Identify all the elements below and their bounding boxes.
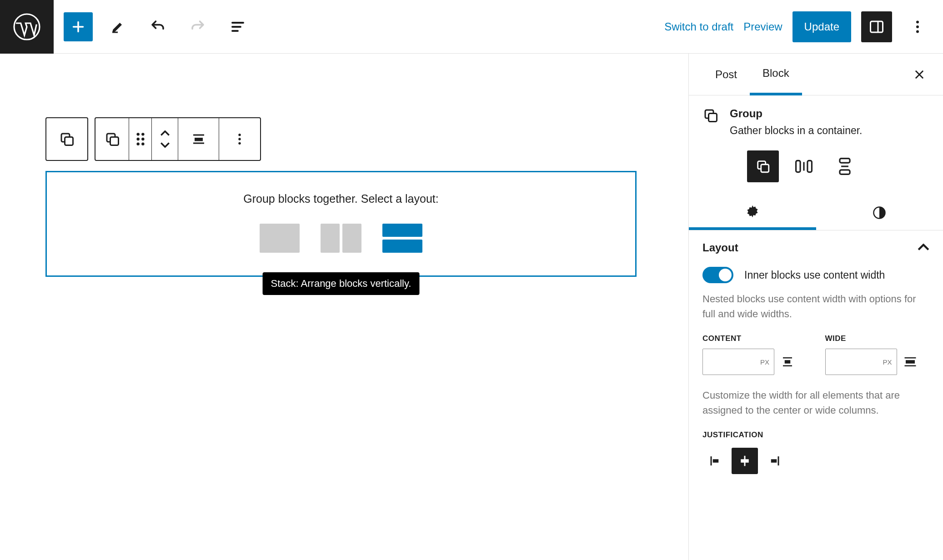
svg-point-2 bbox=[916, 20, 919, 23]
settings-toggle-button[interactable] bbox=[861, 11, 892, 42]
close-sidebar-button[interactable] bbox=[908, 64, 930, 85]
editor-canvas[interactable]: Group blocks together. Select a layout: … bbox=[0, 54, 688, 560]
svg-point-13 bbox=[136, 142, 139, 145]
block-more-options-button[interactable] bbox=[219, 118, 260, 160]
svg-point-4 bbox=[916, 30, 919, 33]
svg-rect-6 bbox=[65, 137, 73, 145]
preview-link[interactable]: Preview bbox=[743, 20, 782, 33]
edit-icon bbox=[110, 19, 126, 35]
block-type-button[interactable] bbox=[95, 118, 129, 160]
row-icon bbox=[795, 159, 813, 174]
svg-point-17 bbox=[238, 138, 241, 140]
unit-label: PX bbox=[760, 358, 769, 366]
svg-rect-25 bbox=[840, 159, 850, 163]
justify-right-button[interactable] bbox=[761, 448, 787, 474]
tools-button[interactable] bbox=[103, 12, 133, 42]
layout-option-row[interactable] bbox=[321, 224, 361, 253]
svg-point-11 bbox=[136, 138, 139, 140]
layout-option-group[interactable] bbox=[260, 224, 300, 253]
document-overview-button[interactable] bbox=[223, 12, 253, 42]
svg-rect-15 bbox=[195, 138, 203, 141]
styles-icon bbox=[873, 206, 886, 220]
svg-rect-22 bbox=[761, 165, 769, 172]
tab-block[interactable]: Block bbox=[750, 54, 802, 95]
update-button-label: Update bbox=[804, 20, 839, 33]
content-width-input[interactable]: PX bbox=[702, 349, 774, 375]
svg-point-3 bbox=[916, 25, 919, 28]
block-variations bbox=[689, 137, 943, 195]
variation-row[interactable] bbox=[788, 150, 820, 182]
layout-panel: Layout Inner blocks use content width Ne… bbox=[689, 230, 943, 485]
content-width-toggle-label: Inner blocks use content width bbox=[744, 269, 885, 281]
redo-button[interactable] bbox=[183, 12, 213, 42]
select-parent-button[interactable] bbox=[46, 118, 87, 160]
chevron-up-icon bbox=[160, 130, 170, 137]
subtab-settings[interactable] bbox=[689, 195, 816, 230]
block-title: Group bbox=[730, 107, 863, 120]
layout-heading: Layout bbox=[702, 241, 738, 254]
variation-group[interactable] bbox=[747, 150, 779, 182]
svg-rect-33 bbox=[771, 459, 777, 463]
wordpress-icon bbox=[12, 12, 41, 41]
svg-rect-1 bbox=[871, 21, 883, 32]
gear-icon bbox=[745, 204, 760, 219]
wide-width-input[interactable]: PX bbox=[825, 349, 897, 375]
block-header: Group Gather blocks in a container. bbox=[689, 95, 943, 137]
group-placeholder-prompt: Group blocks together. Select a layout: bbox=[243, 192, 438, 205]
justify-center-button[interactable] bbox=[732, 448, 758, 474]
undo-button[interactable] bbox=[143, 12, 173, 42]
group-icon bbox=[104, 131, 120, 147]
list-view-icon bbox=[230, 19, 246, 35]
wide-width-label: WIDE bbox=[825, 334, 930, 343]
move-buttons[interactable] bbox=[152, 118, 178, 160]
svg-rect-20 bbox=[709, 114, 717, 122]
svg-rect-31 bbox=[713, 459, 719, 463]
sidebar-panel-icon bbox=[868, 19, 885, 35]
svg-point-16 bbox=[238, 134, 241, 136]
svg-rect-29 bbox=[785, 360, 791, 364]
tab-post[interactable]: Post bbox=[702, 54, 750, 95]
block-toolbar bbox=[45, 117, 261, 161]
close-icon bbox=[913, 68, 926, 81]
content-width-toggle[interactable] bbox=[702, 267, 733, 283]
subtab-styles[interactable] bbox=[816, 195, 943, 230]
wide-width-icon bbox=[903, 355, 917, 369]
more-vertical-icon bbox=[909, 19, 926, 35]
redo-icon bbox=[190, 19, 206, 35]
sidebar-subtabs bbox=[689, 195, 943, 230]
justify-left-button[interactable] bbox=[702, 448, 729, 474]
content-width-icon bbox=[781, 355, 794, 369]
width-help: Customize the width for all elements tha… bbox=[702, 388, 929, 418]
svg-point-10 bbox=[141, 133, 144, 135]
layout-option-stack[interactable] bbox=[382, 224, 422, 253]
svg-rect-30 bbox=[906, 360, 915, 364]
justify-left-icon bbox=[709, 454, 722, 468]
update-button[interactable]: Update bbox=[793, 11, 851, 42]
group-block-placeholder[interactable]: Group blocks together. Select a layout: … bbox=[45, 171, 637, 277]
switch-to-draft-link[interactable]: Switch to draft bbox=[664, 20, 733, 33]
chevron-down-icon bbox=[160, 141, 170, 148]
sidebar-tabs: Post Block bbox=[689, 54, 943, 95]
plus-icon bbox=[70, 19, 86, 35]
drag-handle[interactable] bbox=[129, 118, 152, 160]
svg-rect-24 bbox=[808, 160, 812, 172]
more-options-button[interactable] bbox=[902, 11, 933, 42]
group-icon bbox=[755, 159, 771, 174]
svg-rect-23 bbox=[796, 160, 801, 172]
layout-options bbox=[260, 224, 422, 253]
svg-point-12 bbox=[141, 138, 144, 140]
align-button[interactable] bbox=[178, 118, 219, 160]
svg-point-18 bbox=[238, 142, 241, 145]
unit-label: PX bbox=[883, 358, 892, 366]
layout-panel-header[interactable]: Layout bbox=[702, 241, 929, 254]
align-icon bbox=[191, 131, 207, 147]
justification-buttons bbox=[702, 448, 929, 474]
svg-point-14 bbox=[141, 142, 144, 145]
justify-center-icon bbox=[738, 454, 752, 468]
variation-stack[interactable] bbox=[829, 150, 861, 182]
wordpress-logo-button[interactable] bbox=[0, 0, 54, 54]
drag-icon bbox=[135, 132, 146, 146]
justification-label: JUSTIFICATION bbox=[702, 430, 929, 440]
top-toolbar: Switch to draft Preview Update bbox=[0, 0, 943, 54]
add-block-button[interactable] bbox=[64, 12, 93, 41]
